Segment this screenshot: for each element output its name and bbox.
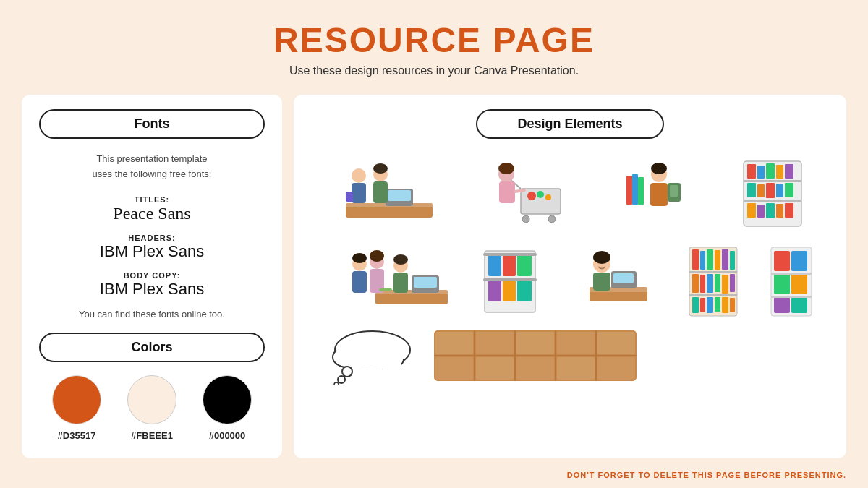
svg-rect-112 (346, 348, 401, 369)
svg-rect-31 (744, 180, 801, 182)
svg-rect-61 (379, 288, 392, 291)
cashier-solo-svg (571, 244, 658, 320)
svg-rect-81 (692, 249, 699, 270)
bookshelf-svg (688, 244, 739, 320)
svg-point-113 (342, 367, 352, 377)
svg-rect-23 (650, 183, 668, 206)
thought-cloud-svg (326, 327, 420, 385)
svg-rect-6 (346, 192, 353, 202)
color-swatch-orange: #D35517 (52, 375, 101, 441)
color-hex-black: #000000 (209, 430, 246, 441)
font-entry-body: BODY COPY: IBM Plex Sans (39, 271, 265, 299)
illustration-floor-tile (434, 330, 637, 381)
svg-rect-63 (488, 254, 501, 276)
svg-rect-53 (393, 273, 408, 293)
svg-rect-76 (593, 273, 610, 291)
illustration-thought-cloud (326, 327, 420, 385)
svg-rect-51 (414, 277, 437, 288)
colors-header: Colors (39, 333, 265, 362)
svg-rect-35 (766, 163, 775, 179)
svg-rect-5 (352, 183, 366, 203)
svg-rect-86 (730, 251, 735, 270)
illustration-cashier-2 (325, 241, 448, 321)
svg-rect-41 (776, 184, 783, 197)
svg-rect-79 (689, 271, 737, 273)
page-subtitle: Use these design resources in your Canva… (0, 64, 868, 77)
svg-rect-29 (638, 177, 644, 205)
svg-rect-40 (766, 183, 775, 198)
svg-line-21 (515, 190, 524, 192)
illustration-shelf-unit (736, 152, 809, 231)
svg-point-17 (545, 194, 551, 200)
svg-rect-105 (791, 297, 807, 313)
svg-rect-28 (632, 174, 638, 205)
svg-point-15 (527, 192, 536, 200)
svg-rect-104 (774, 297, 790, 313)
svg-rect-46 (776, 204, 783, 218)
color-swatch-cream: #FBEEE1 (127, 375, 176, 441)
svg-rect-34 (757, 166, 765, 179)
font-name-headers: IBM Plex Sans (39, 242, 265, 261)
color-circle-black (203, 375, 252, 424)
svg-rect-26 (670, 185, 678, 197)
svg-rect-74 (613, 273, 634, 283)
font-label-titles: TITLES: (39, 195, 265, 204)
svg-rect-33 (747, 164, 756, 179)
svg-rect-124 (516, 332, 554, 354)
svg-rect-43 (747, 203, 756, 218)
font-name-body: IBM Plex Sans (39, 280, 265, 299)
color-swatch-black: #000000 (203, 375, 252, 441)
svg-rect-70 (483, 278, 537, 281)
svg-rect-8 (373, 181, 388, 203)
design-elements-header: Design Elements (476, 109, 664, 139)
svg-point-13 (522, 215, 529, 223)
svg-rect-65 (517, 254, 532, 276)
svg-rect-42 (785, 183, 793, 197)
svg-rect-130 (557, 357, 595, 380)
fonts-description: This presentation templateuses the follo… (39, 152, 265, 182)
svg-rect-101 (791, 251, 807, 271)
illustration-clothing-rack (475, 241, 544, 321)
illustration-cashier-1 (331, 152, 447, 231)
svg-rect-83 (707, 249, 713, 270)
footer-note: DON'T FORGET TO DELETE THIS PAGE BEFORE … (567, 471, 846, 479)
svg-rect-96 (715, 297, 720, 312)
svg-rect-98 (730, 298, 735, 312)
illustration-bookstore-worker (623, 152, 695, 231)
svg-rect-89 (707, 274, 713, 293)
page-title: RESOURCE PAGE (0, 20, 868, 60)
bookstore-worker-svg (623, 154, 695, 230)
svg-point-115 (334, 382, 339, 385)
svg-rect-125 (557, 332, 595, 354)
svg-rect-66 (488, 280, 501, 301)
left-panel: Fonts This presentation templateuses the… (22, 95, 282, 458)
fonts-note: You can find these fonts online too. (39, 309, 265, 320)
svg-rect-47 (785, 203, 793, 218)
illustration-shopping-cart (488, 152, 582, 231)
svg-rect-3 (388, 190, 411, 201)
illustration-bookshelf (686, 241, 741, 321)
svg-rect-94 (700, 298, 705, 312)
svg-rect-68 (517, 280, 532, 301)
font-name-titles: Peace Sans (39, 204, 265, 223)
svg-point-77 (593, 251, 610, 264)
svg-rect-107 (771, 296, 812, 298)
svg-rect-0 (346, 206, 433, 218)
font-entry-headers: HEADERS: IBM Plex Sans (39, 234, 265, 261)
svg-point-4 (352, 168, 366, 183)
svg-rect-126 (597, 332, 635, 354)
color-swatches: #D35517 #FBEEE1 #000000 (39, 375, 265, 441)
font-entry-titles: TITLES: Peace Sans (39, 195, 265, 223)
illustration-cashier-solo (571, 241, 658, 321)
svg-rect-56 (352, 271, 367, 293)
right-panel: Design Elements (294, 95, 846, 458)
svg-rect-102 (774, 274, 790, 294)
svg-rect-87 (692, 274, 699, 293)
svg-rect-37 (785, 164, 793, 179)
font-label-headers: HEADERS: (39, 234, 265, 242)
products-svg (770, 244, 813, 320)
shopping-cart-svg (488, 154, 582, 230)
svg-point-114 (338, 376, 345, 383)
svg-rect-91 (722, 275, 728, 294)
svg-rect-127 (435, 357, 473, 380)
